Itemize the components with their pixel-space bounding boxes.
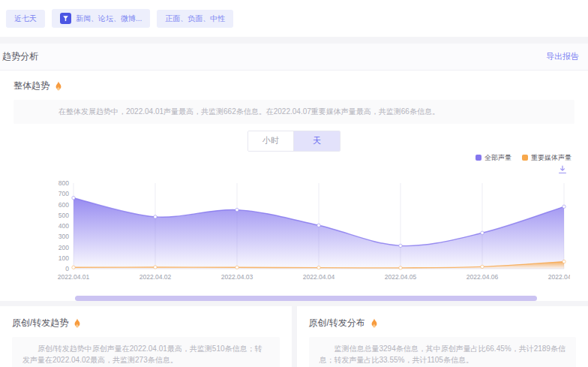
legend-item-total-volume[interactable]: 全部声量 (476, 153, 512, 163)
chart-legend: 全部声量 重要媒体声量 (14, 153, 574, 163)
svg-text:2022.04.05: 2022.04.05 (385, 273, 417, 281)
svg-text:2022.04.03: 2022.04.03 (221, 273, 254, 281)
hour-toggle-button[interactable]: 小时 (248, 131, 294, 151)
overall-trend-title: 整体趋势 (14, 80, 50, 92)
original-repost-distribution-card: 原创/转发分布 监测信息总量3294条信息，其中原创声量占比66.45%，共计2… (297, 306, 588, 367)
original-repost-distribution-title-row: 原创/转发分布 (309, 317, 577, 329)
svg-text:2022.04.04: 2022.04.04 (303, 273, 335, 281)
svg-text:2022.04.06: 2022.04.06 (466, 273, 499, 281)
sentiment-filter-chip[interactable]: 正面、负面、中性 (157, 10, 233, 28)
svg-text:2022.04.02: 2022.04.02 (140, 273, 172, 281)
filter-bar: 近七天 新闻、论坛、微博... 正面、负面、中性 (0, 0, 588, 37)
svg-text:100: 100 (58, 254, 69, 261)
download-chart-icon[interactable] (558, 165, 567, 174)
source-filter-label: 新闻、论坛、微博... (76, 14, 142, 24)
svg-text:300: 300 (58, 233, 69, 240)
original-repost-trend-card: 原创/转发趋势 原创/转发趋势中原创声量在2022.04.01最高，共监测510… (0, 306, 292, 367)
svg-text:400: 400 (58, 222, 69, 230)
svg-text:700: 700 (58, 190, 69, 197)
legend-label-media-volume: 重要媒体声量 (531, 153, 572, 163)
chart-toolbox (14, 165, 574, 174)
datazoom-slider[interactable] (75, 296, 537, 301)
flame-icon (54, 81, 63, 91)
original-repost-distribution-title: 原创/转发分布 (309, 317, 365, 329)
svg-text:0: 0 (65, 265, 69, 272)
svg-text:800: 800 (58, 179, 69, 187)
legend-label-total-volume: 全部声量 (484, 153, 512, 163)
page-title: 趋势分析 (2, 50, 38, 63)
trend-area-chart: 01002003004005006007008002022.04.012022.… (45, 176, 570, 282)
overall-trend-summary: 在整体发展趋势中，2022.04.01声量最高，共监测662条信息。在2022.… (14, 100, 574, 124)
original-repost-trend-title: 原创/转发趋势 (12, 317, 68, 329)
original-repost-trend-summary: 原创/转发趋势中原创声量在2022.04.01最高，共监测510条信息；转发声量… (12, 337, 280, 367)
export-report-link[interactable]: 导出报告 (546, 51, 579, 62)
granularity-toggle-row: 小时 天 (14, 131, 574, 152)
svg-text:500: 500 (58, 211, 69, 218)
flame-icon (73, 318, 82, 328)
original-repost-distribution-summary: 监测信息总量3294条信息，其中原创声量占比66.45%，共计2189条信息；转… (309, 337, 577, 367)
svg-text:2022.04.07: 2022.04.07 (548, 273, 570, 281)
legend-marker-orange (522, 155, 528, 161)
legend-item-media-volume[interactable]: 重要媒体声量 (522, 153, 572, 163)
source-filter-icon (60, 13, 71, 24)
svg-text:600: 600 (58, 200, 69, 208)
day-toggle-button[interactable]: 天 (294, 131, 340, 151)
time-range-label: 近七天 (14, 14, 37, 24)
trend-analysis-card: 趋势分析 导出报告 整体趋势 在整体发展趋势中，2022.04.01声量最高，共… (0, 44, 588, 301)
overall-trend-title-row: 整体趋势 (14, 80, 574, 92)
card-body: 整体趋势 在整体发展趋势中，2022.04.01声量最高，共监测662条信息。在… (0, 71, 588, 301)
time-range-chip[interactable]: 近七天 (6, 10, 45, 28)
card-header: 趋势分析 导出报告 (0, 44, 588, 71)
legend-marker-purple (476, 155, 482, 161)
svg-text:2022.04.01: 2022.04.01 (58, 273, 90, 281)
flame-icon (370, 318, 379, 328)
trend-chart-wrap: 01002003004005006007008002022.04.012022.… (45, 176, 574, 285)
svg-text:200: 200 (58, 243, 69, 251)
original-repost-trend-title-row: 原创/转发趋势 (12, 317, 280, 329)
sentiment-filter-label: 正面、负面、中性 (165, 14, 225, 24)
granularity-toggle: 小时 天 (248, 131, 340, 152)
datazoom-track (75, 296, 537, 301)
bottom-cards-row: 原创/转发趋势 原创/转发趋势中原创声量在2022.04.01最高，共监测510… (0, 306, 588, 367)
source-filter-chip[interactable]: 新闻、论坛、微博... (52, 9, 150, 28)
page: 近七天 新闻、论坛、微博... 正面、负面、中性 趋势分析 导出报告 整体趋势 … (0, 0, 588, 367)
